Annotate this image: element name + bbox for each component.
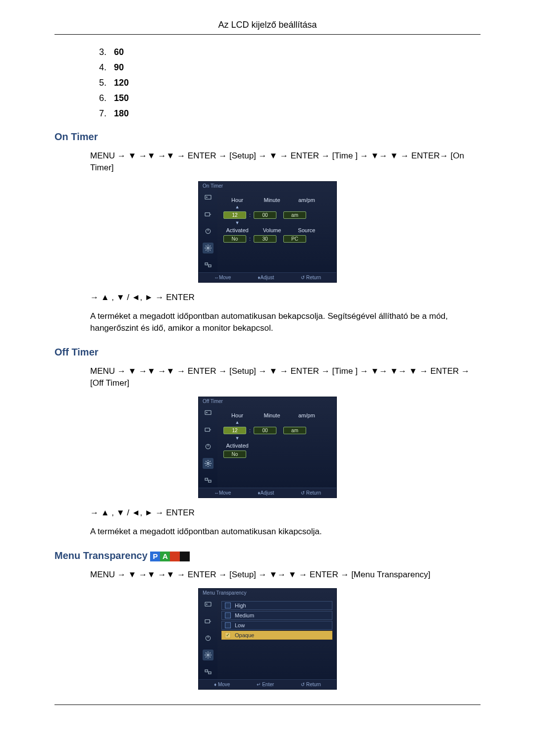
off-timer-desc: A terméket a megadott időpontban automat… [90, 526, 481, 538]
osd-foot-return: ↺ Return [301, 275, 321, 280]
option-label: Medium [235, 612, 254, 618]
on-timer-osd: On Timer Hour Minute am/pm [198, 181, 337, 283]
input-icon [203, 209, 214, 220]
menu-transparency-osd: Menu Transparency High Medium Low Opaque [198, 588, 337, 690]
on-timer-path: MENU → ▼ →▼ →▼ → ENTER → [Setup] → ▼ → E… [90, 150, 481, 174]
osd-label-ampm: am/pm [293, 412, 321, 418]
list-val: 60 [114, 47, 124, 57]
osd-label-hour: Hour [223, 197, 251, 203]
osd-label-minute: Minute [258, 412, 286, 418]
on-timer-post-path: → ▲ , ▼ / ◄, ► → ENTER [90, 292, 481, 303]
option-label: Opaque [235, 632, 254, 638]
svg-point-15 [206, 604, 208, 605]
osd-footer: ↔Move ♦Adjust ↺ Return [199, 488, 336, 498]
black-badge-icon [180, 552, 190, 561]
picture-icon [203, 599, 214, 610]
svg-rect-2 [205, 212, 210, 216]
osd-foot-adjust: ♦Adjust [258, 275, 274, 280]
osd-sidebar [199, 405, 217, 488]
list-num: 3. [99, 47, 114, 57]
picture-icon [203, 192, 214, 203]
transparency-option: Medium [221, 611, 332, 620]
svg-rect-0 [205, 195, 211, 199]
multi-icon [203, 259, 214, 270]
up-arrow-icon: ▲ [223, 205, 251, 209]
osd-title: Off Timer [199, 397, 336, 405]
check-icon [225, 603, 231, 608]
svg-rect-5 [205, 263, 208, 265]
svg-point-8 [206, 412, 208, 413]
option-label: Low [235, 622, 245, 628]
svg-rect-16 [205, 620, 210, 623]
input-icon [203, 424, 214, 435]
svg-rect-6 [209, 265, 211, 267]
osd-value-source: PC [283, 235, 306, 243]
osd-value-ampm: am [283, 211, 306, 219]
osd-foot-move: ♦ Move [214, 682, 230, 687]
osd-label-activated: Activated [223, 443, 251, 449]
osd-value-hour: 12 [223, 427, 246, 434]
list-val: 150 [114, 93, 129, 103]
osd-label-minute: Minute [258, 197, 286, 203]
svg-rect-9 [205, 428, 210, 431]
osd-foot-enter: ↵ Enter [257, 682, 274, 687]
check-icon [225, 622, 231, 628]
osd-value-volume: 30 [254, 235, 276, 243]
transparency-option-selected: Opaque [221, 631, 332, 640]
power-icon [203, 441, 214, 452]
osd-foot-move: ↔Move [214, 275, 231, 280]
input-icon [203, 616, 214, 627]
list-num: 4. [99, 62, 114, 73]
osd-value-minute: 00 [254, 211, 276, 219]
svg-rect-12 [205, 478, 208, 480]
osd-label-source: Source [293, 227, 321, 233]
gear-icon [203, 650, 214, 660]
page-footer-rule [54, 705, 481, 706]
a-badge-icon: A [160, 552, 170, 561]
svg-point-4 [207, 247, 209, 249]
osd-value-activated: No [223, 235, 246, 243]
osd-title: On Timer [199, 182, 336, 190]
check-icon [225, 632, 231, 638]
menu-transparency-heading: Menu Transparency PA [54, 550, 481, 561]
osd-foot-return: ↺ Return [301, 682, 321, 687]
svg-rect-20 [209, 672, 211, 674]
svg-point-18 [207, 654, 209, 656]
down-arrow-icon: ▼ [223, 221, 251, 225]
off-timer-post-path: → ▲ , ▼ / ◄, ► → ENTER [90, 507, 481, 519]
on-timer-desc: A terméket a megadott időpontban automat… [90, 310, 481, 334]
list-num: 5. [99, 78, 114, 88]
on-timer-heading: On Timer [54, 131, 481, 143]
multi-icon [203, 666, 214, 677]
osd-footer: ↔Move ♦Adjust ↺ Return [199, 272, 336, 282]
osd-sidebar [199, 190, 217, 272]
power-icon [203, 633, 214, 644]
page-header: Az LCD kijelző beállítása [54, 20, 481, 35]
osd-value-ampm: am [283, 427, 306, 434]
svg-rect-13 [209, 480, 211, 482]
svg-rect-19 [205, 670, 208, 672]
list-num: 7. [99, 108, 114, 119]
list-num: 6. [99, 93, 114, 103]
osd-sidebar [199, 597, 217, 679]
svg-point-11 [207, 462, 209, 464]
osd-foot-adjust: ♦Adjust [258, 490, 274, 496]
list-val: 90 [114, 62, 124, 72]
osd-foot-return: ↺ Return [301, 490, 321, 496]
list-val: 120 [114, 78, 129, 88]
list-val: 180 [114, 108, 129, 118]
osd-label-hour: Hour [223, 412, 251, 418]
red-badge-icon [170, 552, 180, 561]
svg-rect-14 [205, 602, 211, 606]
off-timer-osd: Off Timer Hour Minute am/pm [198, 397, 337, 498]
off-timer-path: MENU → ▼ →▼ →▼ → ENTER → [Setup] → ▼ → E… [90, 365, 481, 389]
osd-value-activated: No [223, 451, 246, 458]
p-badge-icon: P [150, 552, 160, 561]
osd-value-hour: 12 [223, 211, 246, 219]
down-arrow-icon: ▼ [223, 436, 251, 441]
svg-rect-7 [205, 410, 211, 414]
osd-label-ampm: am/pm [293, 197, 321, 203]
osd-foot-move: ↔Move [214, 490, 231, 496]
transparency-options: High Medium Low Opaque [217, 597, 336, 679]
osd-footer: ♦ Move ↵ Enter ↺ Return [199, 679, 336, 689]
